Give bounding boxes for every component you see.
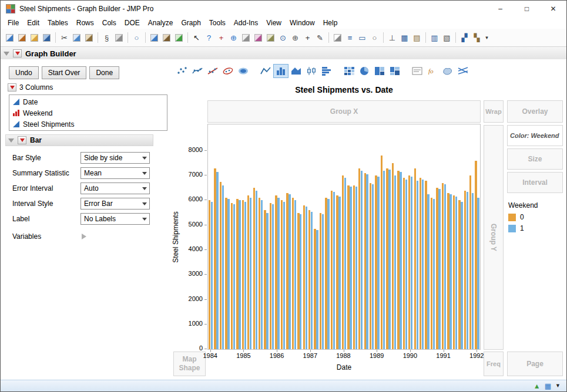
chart-bar[interactable] [225, 198, 227, 349]
chart-bar[interactable] [261, 200, 263, 349]
chart-bar[interactable] [427, 194, 429, 349]
menu-edit[interactable]: Edit [23, 18, 43, 28]
chart-bar[interactable] [320, 213, 321, 349]
menu-tables[interactable]: Tables [43, 18, 72, 28]
disclosure-right-icon[interactable] [82, 234, 86, 239]
annotate-tool-icon[interactable]: ✎ [314, 32, 326, 43]
palette-heatmap-icon[interactable] [341, 64, 357, 78]
palette-map-shapes-icon[interactable] [440, 64, 455, 78]
chart-bar[interactable] [411, 177, 412, 349]
minimize-button[interactable]: – [487, 1, 514, 17]
chart-bar[interactable] [216, 172, 218, 349]
palette-points-icon[interactable] [175, 64, 190, 78]
palette-formula-icon[interactable]: fo [425, 64, 440, 78]
chart-bar[interactable] [353, 185, 355, 349]
maximize-button[interactable]: □ [514, 1, 540, 17]
legend-entry[interactable]: 0 [508, 213, 538, 221]
chart-bar[interactable] [286, 193, 288, 349]
chart-bar[interactable] [377, 177, 379, 349]
chart-bar[interactable] [209, 200, 210, 349]
legend-entry[interactable]: 1 [508, 224, 538, 232]
status-menu-icon[interactable]: ▼ [555, 383, 561, 388]
chart-bar[interactable] [447, 193, 449, 349]
split-columns-icon[interactable]: ▞ [459, 32, 470, 43]
group-x-drop-zone[interactable]: Group X [207, 100, 481, 123]
chart-bar[interactable] [244, 202, 246, 349]
chart-bar[interactable] [388, 170, 390, 349]
edit-table-icon[interactable]: ▧ [441, 32, 452, 43]
chart-bar[interactable] [444, 184, 446, 349]
chart-bar[interactable] [281, 200, 283, 349]
wrap-drop-zone[interactable]: Wrap [484, 100, 504, 123]
chart-bar[interactable] [214, 168, 216, 349]
chart-bar[interactable] [283, 202, 285, 349]
plot-frame[interactable] [207, 124, 481, 350]
chart-bar[interactable] [277, 198, 279, 349]
bar-style-dropdown[interactable]: Side by side [80, 152, 150, 164]
chart-bar[interactable] [259, 198, 260, 349]
chart-bar[interactable] [436, 188, 438, 349]
palette-ellipse-icon[interactable] [220, 64, 236, 78]
chart-bar[interactable] [342, 175, 344, 349]
label-dropdown[interactable]: No Labels [80, 213, 150, 225]
chart-bar[interactable] [477, 198, 479, 349]
legend-swatch-0[interactable] [508, 214, 516, 221]
chart-bar[interactable] [242, 200, 244, 349]
chart-bar[interactable] [227, 199, 229, 349]
collapse-triangle-icon[interactable] [4, 52, 9, 56]
chart-bar[interactable] [366, 174, 368, 349]
chart-bar[interactable] [472, 193, 474, 349]
toolbar-overflow-icon[interactable]: ▾ [484, 32, 490, 43]
stack-columns-icon[interactable]: ▚ [471, 32, 482, 43]
columns-red-triangle-icon[interactable] [8, 83, 16, 92]
palette-pie-icon[interactable] [357, 64, 372, 78]
oval-shape-icon[interactable]: ○ [369, 32, 380, 43]
lasso-tool-icon[interactable] [265, 32, 276, 43]
palette-mosaic-icon[interactable] [387, 64, 402, 78]
menu-doe[interactable]: DOE [120, 18, 144, 28]
copy-icon[interactable] [71, 32, 82, 43]
chart-bar[interactable] [266, 213, 268, 349]
brush-tool-icon[interactable] [253, 32, 264, 43]
chart-bar[interactable] [455, 197, 457, 349]
palette-area-icon[interactable] [288, 64, 304, 78]
chart-bar[interactable] [250, 198, 251, 349]
column-info-icon[interactable] [149, 32, 160, 43]
data-grid-icon[interactable]: ▦ [545, 383, 551, 390]
open-icon[interactable] [29, 32, 40, 43]
chart-bar[interactable] [431, 198, 432, 349]
chart-bar[interactable] [331, 191, 333, 349]
restore-panels-icon[interactable]: ▲ [534, 383, 541, 390]
column-item-date[interactable]: Date [9, 96, 167, 107]
color-drop-zone[interactable]: Color: Weekend [507, 125, 563, 146]
help-tool-icon[interactable]: ? [203, 32, 214, 43]
group-y-drop-zone[interactable]: Group Y [484, 125, 504, 350]
done-button[interactable]: Done [89, 66, 119, 79]
chart-bar[interactable] [392, 163, 394, 349]
chart-bar[interactable] [464, 191, 466, 349]
chart-bar[interactable] [438, 189, 440, 349]
chart-bar[interactable] [347, 185, 349, 349]
lock-icon[interactable] [113, 32, 125, 43]
overlay-drop-zone[interactable]: Overlay [507, 100, 563, 123]
search-icon[interactable]: ○ [131, 32, 142, 43]
interval-drop-zone[interactable]: Interval [507, 172, 563, 193]
chart-bar[interactable] [469, 175, 471, 349]
menu-file[interactable]: File [4, 18, 23, 28]
menu-rows[interactable]: Rows [72, 18, 98, 28]
chart-bar[interactable] [308, 210, 310, 349]
chart-bar[interactable] [211, 202, 213, 349]
data-table-view-icon[interactable]: ▥ [429, 32, 440, 43]
chart-bar[interactable] [311, 212, 313, 349]
bar-collapse-triangle-icon[interactable] [8, 138, 14, 143]
script-window-icon[interactable]: § [101, 32, 112, 43]
error-interval-dropdown[interactable]: Auto [80, 183, 150, 194]
new-journal-icon[interactable] [16, 32, 28, 43]
grabber-tool-icon[interactable] [240, 32, 251, 43]
chart-bar[interactable] [422, 180, 424, 349]
chart-bar[interactable] [327, 199, 329, 349]
journal-view-icon[interactable]: ▤ [411, 32, 422, 43]
chart-bar[interactable] [220, 182, 222, 349]
chart-bar[interactable] [270, 203, 271, 349]
chart-bar[interactable] [239, 200, 240, 349]
